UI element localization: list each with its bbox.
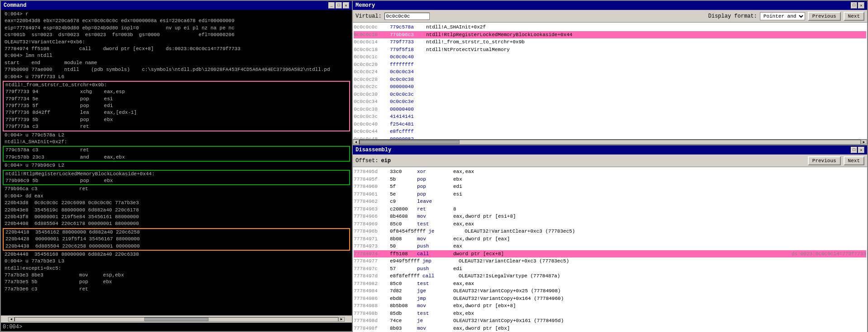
disasm-operands: ebx: [453, 176, 866, 183]
disasm-row[interactable]: 7778497de8f8feffffcallOLEAUT32!IsLegalVa…: [354, 272, 866, 280]
memory-row[interactable]: 0c0c0c300c0c0c3c: [354, 91, 866, 98]
memory-address: 0c0c0c38: [354, 106, 390, 113]
disasm-row[interactable]: 7778497350pusheax: [354, 243, 866, 250]
disasm-row[interactable]: 77784986ebd8jmpOLEAUT32!VariantCopy+0x16…: [354, 295, 866, 303]
disasm-mnemonic: jge: [417, 287, 453, 295]
memory-content[interactable]: 0c0c0c0c779c578antdll!A_SHAInit+0x2f0c0c…: [353, 23, 867, 139]
memory-row[interactable]: 0c0c0c3c41414141: [354, 113, 866, 121]
maximize-button[interactable]: □: [336, 2, 342, 9]
command-output[interactable]: 0:004> reax=220b43d8 ebx=220ca678 ecx=0c…: [1, 10, 352, 315]
disasm-row[interactable]: 77784963c20800ret8: [354, 206, 866, 213]
disasm-next-button[interactable]: Next: [844, 156, 864, 165]
memory-value: 0c0c0c3e: [390, 98, 426, 106]
disasm-row[interactable]: 7778496985c0testeax,eax: [354, 220, 866, 228]
disasm-bytes: 8b4608: [390, 213, 417, 220]
disasm-content[interactable]: 7778495d33c0xoreax,eax7778495f5bpopebx77…: [353, 167, 867, 332]
memory-row[interactable]: 0c0c0c2c00000040: [354, 83, 866, 91]
disasm-row[interactable]: 7778498d74cejeOLEAUT32!VariantCopy+0x161…: [354, 317, 866, 325]
disasm-mnemonic: test: [417, 310, 453, 318]
memory-description: [426, 98, 866, 106]
disasm-maximize-btn[interactable]: □: [851, 147, 857, 153]
memory-row[interactable]: 0c0c0c240c0c0c34: [354, 68, 866, 76]
memory-address: 0c0c0c3c: [354, 113, 390, 121]
memory-description: ntdll!A_SHAInit+0x2f: [426, 23, 866, 31]
disasm-row[interactable]: 7778498b85dbtestebx,ebx: [354, 310, 866, 318]
disasm-operands: OLEAUT32!IsLegalVartype (7778487a): [459, 272, 866, 280]
display-format-select[interactable]: Pointer and Byte Word Dword Qword ASCII: [760, 12, 805, 20]
disasm-address: 77784984: [354, 287, 390, 295]
minimize-button[interactable]: _: [328, 2, 335, 9]
memory-hscrollbar[interactable]: ◄ ►: [353, 139, 867, 145]
memory-address: 0c0c0c1c: [354, 53, 390, 61]
disasm-bytes: c20800: [390, 206, 417, 213]
memory-value: 00000082: [390, 136, 426, 140]
scroll-right-arrow[interactable]: ►: [338, 317, 345, 322]
disasm-address: 77784971: [354, 235, 390, 243]
disasm-address: 7778498d: [354, 317, 390, 325]
memory-row[interactable]: 0c0c0c20ffffffff: [354, 61, 866, 69]
disasm-row[interactable]: 7778498f8b03moveax,dword ptr [ebx]: [354, 325, 866, 332]
disasm-previous-button[interactable]: Previous: [808, 156, 841, 165]
disasm-address: 7778497d: [354, 272, 390, 280]
memory-next-button[interactable]: Next: [844, 12, 864, 21]
disasm-mnemonic: pop: [417, 183, 453, 191]
memory-row[interactable]: 0c0c0c10779b96c3ntdll!RtlpRegisterLocked…: [354, 31, 866, 39]
disasm-address: 77784966: [354, 213, 390, 220]
command-hscrollbar[interactable]: ◄ ►: [1, 315, 352, 323]
memory-row[interactable]: 0c0c0c340c0c0c3e: [354, 98, 866, 106]
disasm-row[interactable]: 77784974ff5108calldword ptr [ecx+8]ds:00…: [354, 250, 866, 258]
disasm-close-btn[interactable]: ✕: [858, 147, 864, 153]
memory-address: 0c0c0c20: [354, 61, 390, 69]
memory-row[interactable]: 0c0c0c280c0c0c38: [354, 76, 866, 84]
disasm-row[interactable]: 777849605fpopedi: [354, 183, 866, 191]
disasm-mnemonic: je: [428, 228, 465, 235]
disasm-address: 7778497c: [354, 265, 390, 273]
disasm-bytes: ff5108: [390, 250, 417, 258]
scroll-left-arrow[interactable]: ◄: [8, 317, 14, 322]
mem-scroll-track[interactable]: [359, 140, 861, 145]
disasm-row[interactable]: 777849847d82jgeOLEAUT32!VariantCopy+0x25…: [354, 287, 866, 295]
mem-scroll-left[interactable]: ◄: [353, 140, 359, 144]
memory-maximize-btn[interactable]: □: [851, 2, 857, 9]
disasm-comment: ds:0023:0c0c0c14=779f7733: [788, 250, 866, 258]
memory-close-btn[interactable]: ✕: [858, 2, 864, 9]
mem-scroll-thumb[interactable]: [360, 140, 460, 144]
command-titlebar: Command _ □ ✕: [1, 1, 352, 10]
disasm-operands: OLEAUT32!VariantClear+0xc3 (77783ec5): [465, 228, 866, 235]
disasm-row[interactable]: 777849668b4608moveax,dword ptr [esi+8]: [354, 213, 866, 220]
memory-row[interactable]: 0c0c0c1c0c0c0c40: [354, 53, 866, 61]
memory-value: ffffffff: [390, 61, 426, 69]
disasm-bytes: 85db: [390, 310, 417, 318]
memory-row[interactable]: 0c0c0c44e8fcffff: [354, 128, 866, 136]
disasm-row[interactable]: 7778496b0f8454f5ffffjeOLEAUT32!VariantCl…: [354, 228, 866, 235]
memory-row[interactable]: 0c0c0c0c779c578antdll!A_SHAInit+0x2f: [354, 23, 866, 31]
memory-row[interactable]: 0c0c0c40f254c481: [354, 121, 866, 128]
command-input[interactable]: [24, 324, 350, 330]
disasm-row[interactable]: 77784962c9leave: [354, 198, 866, 206]
scroll-thumb[interactable]: [144, 318, 209, 321]
disasm-row[interactable]: 7778498285c0testeax,eax: [354, 280, 866, 288]
disasm-row[interactable]: 7778495f5bpopebx: [354, 176, 866, 183]
memory-row[interactable]: 0c0c0c18779f5f18ntdll!NtProtectVirtualMe…: [354, 46, 866, 54]
memory-row[interactable]: 0c0c0c14779f7733ntdll!_from_strstr_to_st…: [354, 38, 866, 46]
disasm-row[interactable]: 777849888b5b08movebx,dword ptr [ebx+8]: [354, 302, 866, 310]
disasm-bytes: c9: [390, 198, 417, 206]
memory-description: [426, 113, 866, 121]
close-button[interactable]: ✕: [343, 2, 349, 9]
disasm-mnemonic: push: [417, 265, 453, 273]
memory-row[interactable]: 0c0c0c3800000400: [354, 106, 866, 113]
mem-scroll-right[interactable]: ►: [861, 140, 867, 144]
disasm-address: 77784960: [354, 183, 390, 191]
disasm-row[interactable]: 7778495d33c0xoreax,eax: [354, 168, 866, 176]
disasm-row[interactable]: 777849718b08movecx,dword ptr [eax]: [354, 235, 866, 243]
disasm-row[interactable]: 7778497c57pushedi: [354, 265, 866, 273]
memory-previous-button[interactable]: Previous: [808, 12, 841, 21]
memory-value: 779f5f18: [390, 46, 426, 54]
virtual-input[interactable]: [384, 13, 430, 20]
scroll-track[interactable]: [14, 317, 338, 322]
disasm-mnemonic: pop: [417, 191, 453, 198]
disasm-row[interactable]: 777849615epopesi: [354, 191, 866, 198]
disasm-row[interactable]: 77784977e949f5ffffjmpOLEAUT32!VariantCle…: [354, 257, 866, 265]
memory-row[interactable]: 0c0c0c4800000082: [354, 136, 866, 140]
disasm-address: 77784962: [354, 198, 390, 206]
